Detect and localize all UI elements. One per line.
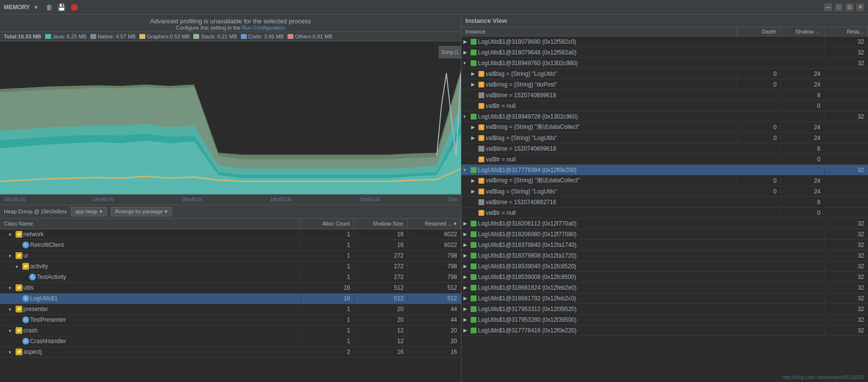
inst-expand-icon[interactable]: ▾: [463, 114, 469, 119]
expand-icon[interactable]: ▾: [9, 349, 15, 355]
instance-row[interactable]: ▶ f val$msg = {String} "测试dataCollect" 0…: [461, 122, 868, 133]
inst-expand-icon[interactable]: ▶: [463, 317, 469, 322]
memory-dropdown[interactable]: ▾: [32, 3, 40, 12]
inst-expand-icon[interactable]: ▶: [463, 274, 469, 279]
inst-expand-icon[interactable]: ▶: [471, 71, 477, 76]
inst-name: ▾ LogUtils$1@318949728 (0x1302c960): [461, 113, 737, 120]
instance-row[interactable]: ▶ LogUtils$1@318206112 (0x12f770a0) 32: [461, 218, 868, 229]
cell-alloc: 1: [301, 263, 354, 270]
inst-retained: 32: [824, 231, 868, 238]
instance-row[interactable]: ▶ LogUtils$1@317953280 (0x12f39500) 32: [461, 314, 868, 325]
instance-row[interactable]: ▶ LogUtils$1@317953312 (0x12f39520) 32: [461, 304, 868, 314]
cell-shallow: 16: [354, 348, 408, 355]
cell-retained: 798: [408, 252, 461, 259]
inst-expand-icon[interactable]: ▶: [463, 328, 469, 333]
table-row[interactable]: ▾ 📁 ui 1 272 798: [0, 251, 461, 261]
save-button[interactable]: 💾: [56, 2, 67, 13]
instance-row[interactable]: ▶ LogUtils$1@318379808 (0x12fa1720) 32: [461, 250, 868, 261]
class-icon: C: [29, 274, 36, 280]
inst-expand-icon[interactable]: ▶: [463, 295, 469, 301]
table-row[interactable]: C LogUtils$1 16 512 512: [0, 294, 461, 304]
instance-row[interactable]: ▶ f val$tag = {String} "LogUtils" 0 24: [461, 69, 868, 79]
instance-row[interactable]: val$time = 1520740899618 8: [461, 90, 868, 101]
inst-expand-icon[interactable]: ▶: [471, 124, 477, 130]
instance-row[interactable]: f val$tr = null 0: [461, 154, 868, 165]
inst-expand-icon[interactable]: ▶: [463, 221, 469, 226]
code-color: [241, 34, 247, 39]
expand-icon[interactable]: ▾: [9, 253, 15, 259]
instance-row[interactable]: val$time = 1520740899618 8: [461, 143, 868, 154]
th-shallow[interactable]: Shallow Size: [354, 219, 408, 229]
instance-row[interactable]: ▶ LogUtils$1@318379840 (0x12fa1740) 32: [461, 240, 868, 250]
memory-label: MEMORY: [4, 4, 30, 11]
instance-row[interactable]: ▶ f val$msg = {String} "doPost" 0 24: [461, 79, 868, 90]
table-row[interactable]: ▾ 📁 activity 1 272 798: [0, 261, 461, 272]
expand-icon[interactable]: ▾: [9, 307, 15, 312]
cell-shallow: 16: [354, 242, 408, 248]
instance-row[interactable]: ▶ f val$msg = {String} "测试dataCollect" 0…: [461, 175, 868, 186]
table-row[interactable]: ▾ 📁 aspectj 2 16 16: [0, 347, 461, 358]
inst-expand-icon[interactable]: ▶: [471, 82, 477, 87]
inst-expand-icon[interactable]: ▶: [463, 306, 469, 312]
table-row[interactable]: ▾ 📁 presenter 1 20 44: [0, 304, 461, 315]
table-row[interactable]: C TestPresenter 1 20 44: [0, 315, 461, 326]
folder-icon: 📁: [16, 252, 22, 259]
inst-name: ▶ LogUtils$1@317953280 (0x12f39500): [461, 316, 737, 323]
instance-row[interactable]: ▶ LogUtils$1@317776416 (0x12f0e220) 32: [461, 325, 868, 336]
minimize-button[interactable]: —: [824, 3, 832, 11]
row-label: TestActivity: [37, 274, 66, 280]
instance-row[interactable]: ▶ LogUtils$1@318539040 (0x12fc8520) 32: [461, 261, 868, 272]
table-row[interactable]: C RetrofitClient 1 16 6022: [0, 240, 461, 251]
restore-button[interactable]: □: [835, 3, 843, 11]
inst-expand-icon[interactable]: ▶: [463, 263, 469, 269]
instance-row[interactable]: val$time = 1520740882716 8: [461, 197, 868, 208]
table-row[interactable]: C CrashHandler 1 12 20: [0, 336, 461, 347]
inst-expand-icon[interactable]: ▾: [463, 60, 469, 66]
inst-expand-icon[interactable]: ▶: [463, 50, 469, 55]
mem-graphics: Graphics:0.53 MB: [139, 34, 189, 39]
instance-row[interactable]: ▾ LogUtils$1@317776384 (0x12f0e200) 32: [461, 165, 868, 175]
th-alloc[interactable]: Alloc Count: [301, 219, 354, 229]
instance-row[interactable]: ▶ f val$tag = {String} "LogUtils" 0 24: [461, 186, 868, 197]
table-row[interactable]: C TestActivity 1 272 798: [0, 272, 461, 283]
delete-button[interactable]: 🗑: [44, 2, 54, 13]
instance-row[interactable]: ▶ LogUtils$1@318079680 (0x12f582c0) 32: [461, 36, 868, 47]
close-button[interactable]: ✕: [856, 3, 864, 11]
instance-row[interactable]: ▶ LogUtils$1@318539008 (0x12fc8500) 32: [461, 272, 868, 282]
inst-expand-icon[interactable]: ▶: [471, 135, 477, 140]
inst-expand-icon[interactable]: ▾: [463, 167, 469, 173]
top-toolbar: MEMORY ▾ 🗑 💾 — □ ⊡ ✕: [0, 0, 868, 15]
instance-row[interactable]: ▶ LogUtils$1@318681824 (0x12feb2e0) 32: [461, 282, 868, 293]
instance-row[interactable]: ▶ LogUtils$1@318681792 (0x12feb2c0) 32: [461, 293, 868, 304]
instance-row[interactable]: f val$tr = null 0: [461, 208, 868, 218]
table-row[interactable]: ▾ 📁 network 1 16 6022: [0, 229, 461, 240]
class-icon: C: [22, 338, 29, 345]
expand-icon[interactable]: ▾: [9, 232, 15, 237]
instance-row[interactable]: ▶ LogUtils$1@318079648 (0x12f582a0) 32: [461, 47, 868, 58]
instance-row[interactable]: ▶ f val$tag = {String} "LogUtils" 0 24: [461, 133, 868, 143]
inst-expand-icon[interactable]: ▶: [463, 231, 469, 237]
watermark: http://blog.csdn.net/wenwen09110030: [783, 375, 864, 380]
inst-expand-icon[interactable]: ▶: [463, 285, 469, 290]
expand-icon[interactable]: ▾: [9, 285, 15, 291]
instance-row[interactable]: ▾ LogUtils$1@318949760 (0x1302c980) 32: [461, 58, 868, 69]
heap-dropdown[interactable]: app heap ▾: [71, 207, 107, 216]
instance-row[interactable]: ▾ LogUtils$1@318949728 (0x1302c960) 32: [461, 111, 868, 122]
instance-row[interactable]: f val$tr = null 0: [461, 101, 868, 111]
inst-expand-icon[interactable]: ▶: [463, 242, 469, 247]
instance-row[interactable]: ▶ LogUtils$1@318206080 (0x12f77080) 32: [461, 229, 868, 240]
inst-expand-icon[interactable]: ▶: [471, 189, 477, 194]
inst-expand-icon[interactable]: ▶: [463, 39, 469, 44]
inst-expand-icon[interactable]: ▶: [463, 253, 469, 258]
inst-expand-icon[interactable]: ▶: [471, 178, 477, 183]
run-config-link[interactable]: Run Configuration: [242, 25, 285, 31]
stop-button[interactable]: [71, 4, 78, 11]
cell-retained: 16: [408, 348, 461, 355]
maximize-button[interactable]: ⊡: [846, 3, 853, 11]
expand-icon[interactable]: ▾: [16, 264, 21, 269]
table-row[interactable]: ▾ 📁 crash 1 12 20: [0, 326, 461, 336]
th-retained[interactable]: Retained ...: [408, 219, 461, 229]
arrange-dropdown[interactable]: Arrange by package ▾: [111, 207, 172, 216]
expand-icon[interactable]: ▾: [9, 328, 15, 333]
table-row[interactable]: ▾ 📁 utils 16 512 512: [0, 283, 461, 294]
